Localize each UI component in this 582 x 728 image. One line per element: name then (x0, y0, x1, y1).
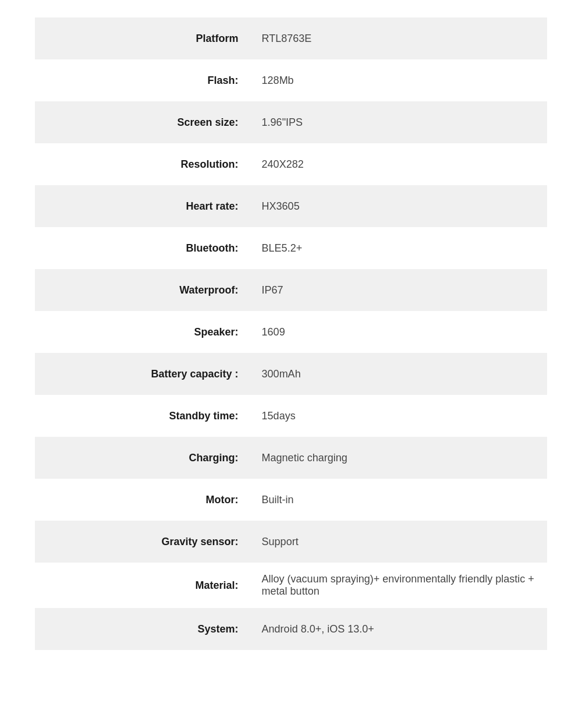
table-row: Charging:Magnetic charging (35, 437, 547, 479)
spec-value-12: Support (250, 521, 547, 563)
table-row: Motor:Built-in (35, 479, 547, 521)
spec-label-4: Heart rate: (35, 185, 250, 227)
table-row: PlatformRTL8763E (35, 17, 547, 59)
table-row: Standby time:15days (35, 395, 547, 437)
spec-value-8: 300mAh (250, 353, 547, 395)
table-row: Heart rate:HX3605 (35, 185, 547, 227)
table-row: Waterproof:IP67 (35, 269, 547, 311)
spec-label-12: Gravity sensor: (35, 521, 250, 563)
spec-value-13: Alloy (vacuum spraying)+ environmentally… (250, 563, 547, 608)
spec-value-14: Android 8.0+, iOS 13.0+ (250, 608, 547, 650)
spec-value-0: RTL8763E (250, 17, 547, 59)
spec-label-8: Battery capacity : (35, 353, 250, 395)
spec-label-9: Standby time: (35, 395, 250, 437)
spec-label-2: Screen size: (35, 101, 250, 143)
spec-label-3: Resolution: (35, 143, 250, 185)
spec-label-14: System: (35, 608, 250, 650)
spec-label-11: Motor: (35, 479, 250, 521)
table-row: Resolution:240X282 (35, 143, 547, 185)
spec-label-13: Material: (35, 563, 250, 608)
table-row: Battery capacity :300mAh (35, 353, 547, 395)
spec-value-6: IP67 (250, 269, 547, 311)
spec-label-1: Flash: (35, 59, 250, 101)
spec-value-10: Magnetic charging (250, 437, 547, 479)
table-row: Speaker:1609 (35, 311, 547, 353)
table-row: Material:Alloy (vacuum spraying)+ enviro… (35, 563, 547, 608)
spec-value-4: HX3605 (250, 185, 547, 227)
spec-table: PlatformRTL8763EFlash:128MbScreen size:1… (35, 17, 547, 650)
spec-value-9: 15days (250, 395, 547, 437)
spec-label-0: Platform (35, 17, 250, 59)
spec-label-5: Bluetooth: (35, 227, 250, 269)
table-row: System:Android 8.0+, iOS 13.0+ (35, 608, 547, 650)
table-row: Screen size:1.96"IPS (35, 101, 547, 143)
spec-value-3: 240X282 (250, 143, 547, 185)
table-row: Flash:128Mb (35, 59, 547, 101)
table-row: Bluetooth:BLE5.2+ (35, 227, 547, 269)
spec-label-7: Speaker: (35, 311, 250, 353)
table-row: Gravity sensor:Support (35, 521, 547, 563)
spec-value-2: 1.96"IPS (250, 101, 547, 143)
spec-value-5: BLE5.2+ (250, 227, 547, 269)
spec-value-1: 128Mb (250, 59, 547, 101)
spec-label-6: Waterproof: (35, 269, 250, 311)
spec-label-10: Charging: (35, 437, 250, 479)
spec-value-7: 1609 (250, 311, 547, 353)
spec-value-11: Built-in (250, 479, 547, 521)
